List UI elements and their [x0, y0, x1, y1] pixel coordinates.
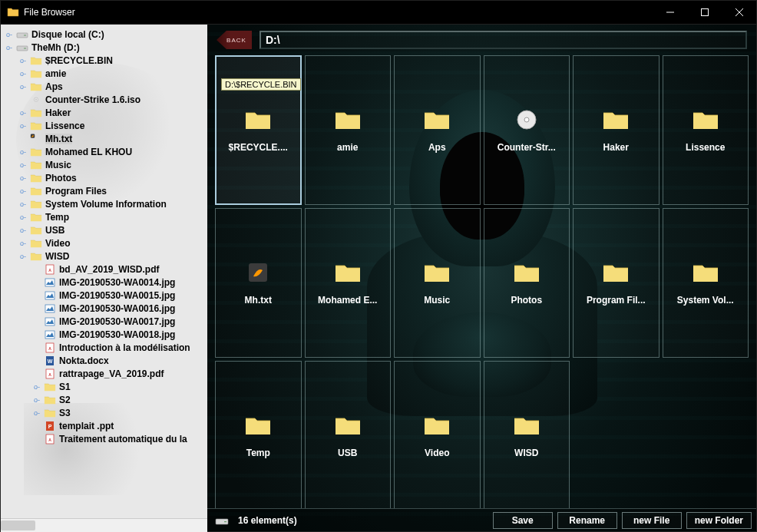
tree-row[interactable]: IMG-20190530-WA0016.jpg: [1, 302, 207, 315]
newfolder-button[interactable]: new Folder: [686, 512, 752, 529]
grid-item[interactable]: Music: [394, 208, 481, 358]
tree-label: Introduction à la modélisation: [59, 342, 190, 353]
titlebar[interactable]: File Browser: [1, 1, 756, 24]
tree-row[interactable]: o-WISD: [1, 249, 207, 263]
tree-row[interactable]: o-Disque local (C:): [1, 28, 207, 41]
tree-row[interactable]: o-TheMh (D:): [1, 41, 207, 54]
tree-toggle-icon[interactable]: o-: [31, 382, 42, 392]
tree-row[interactable]: o-Aps: [1, 80, 207, 93]
tree-toggle-icon[interactable]: o-: [18, 199, 28, 210]
folder-tree[interactable]: o-Disque local (C:)o-TheMh (D:)o-$RECYCL…: [1, 28, 207, 445]
tree-toggle-icon[interactable]: o-: [18, 212, 28, 223]
grid-item[interactable]: Haker: [573, 55, 659, 205]
tree-row[interactable]: o-Lissence: [1, 119, 207, 132]
grid-item[interactable]: Temp: [215, 361, 302, 508]
tree-row[interactable]: o-S2: [1, 393, 207, 406]
element-count: 16 element(s): [233, 515, 488, 526]
tree-row[interactable]: Counter-Strike 1.6.iso: [1, 93, 207, 106]
tree-row[interactable]: Mh.txt: [1, 132, 207, 145]
tree-container[interactable]: o-Disque local (C:)o-TheMh (D:)o-$RECYCL…: [1, 25, 207, 518]
tree-toggle-icon[interactable]: o-: [4, 29, 15, 40]
grid-item[interactable]: Mohamed E...: [305, 208, 392, 358]
tree-label: templait .ppt: [59, 421, 114, 431]
file-grid[interactable]: D:\$RECYCLE.BIN$RECYCLE....amieApsCounte…: [215, 55, 749, 508]
minimize-button[interactable]: [653, 1, 687, 24]
tree-toggle-icon[interactable]: o-: [18, 107, 28, 118]
svg-point-31: [524, 117, 529, 122]
svg-text:P: P: [48, 424, 52, 429]
grid-item[interactable]: System Vol...: [663, 208, 749, 358]
tree-row[interactable]: o-Haker: [1, 106, 207, 119]
tree-row[interactable]: o-Photos: [1, 171, 207, 184]
grid-item[interactable]: USB: [305, 361, 392, 508]
main-panel: BACK D:\ D:\$RECYCLE.BIN$RECYCLE....amie…: [207, 25, 756, 531]
svg-rect-16: [45, 318, 55, 325]
window-title: File Browser: [24, 7, 653, 18]
tree-row[interactable]: IMG-20190530-WA0017.jpg: [1, 315, 207, 328]
grid-item[interactable]: Mh.txt: [215, 208, 302, 358]
tree-toggle-icon[interactable]: o-: [18, 55, 28, 66]
folder-icon: [30, 68, 42, 79]
tree-row[interactable]: o-amie: [1, 67, 207, 80]
grid-item[interactable]: Video: [394, 361, 481, 508]
tree-row[interactable]: WNokta.docx: [1, 354, 207, 367]
save-button[interactable]: Save: [493, 512, 553, 529]
tree-row[interactable]: o-$RECYCLE.BIN: [1, 54, 207, 67]
back-button[interactable]: BACK: [217, 31, 252, 49]
folder-icon: [30, 173, 42, 183]
grid-item[interactable]: Photos: [484, 208, 570, 358]
tree-toggle-icon[interactable]: o-: [31, 408, 42, 418]
tree-row[interactable]: Ptemplait .ppt: [1, 419, 207, 432]
tree-toggle-icon[interactable]: o-: [18, 186, 28, 197]
tree-row[interactable]: o-USB: [1, 223, 207, 236]
tree-row[interactable]: o-Music: [1, 158, 207, 171]
sidebar-hscrollbar[interactable]: [1, 518, 207, 531]
ppt-icon: P: [44, 421, 56, 431]
tree-row[interactable]: IMG-20190530-WA0018.jpg: [1, 328, 207, 341]
tree-row[interactable]: IMG-20190530-WA0014.jpg: [1, 276, 207, 289]
sublime-icon: [244, 261, 272, 284]
tree-row[interactable]: Abd_AV_2019_WISD.pdf: [1, 263, 207, 276]
grid-item[interactable]: amie: [305, 55, 392, 205]
tree-toggle-icon[interactable]: o-: [18, 81, 28, 92]
tree-toggle-icon[interactable]: o-: [18, 173, 28, 183]
tree-row[interactable]: o-S3: [1, 406, 207, 419]
rename-button[interactable]: Rename: [557, 512, 617, 529]
tree-toggle-icon[interactable]: o-: [18, 251, 28, 262]
tree-toggle-icon[interactable]: o-: [31, 395, 42, 405]
tree-row[interactable]: o-Mohamed EL KHOU: [1, 145, 207, 158]
tree-row[interactable]: AIntroduction à la modélisation: [1, 341, 207, 354]
tree-toggle-icon[interactable]: o-: [18, 68, 28, 79]
svg-rect-18: [45, 331, 55, 339]
img-icon: [44, 316, 56, 327]
tree-toggle-icon[interactable]: o-: [18, 121, 28, 131]
tree-row[interactable]: o-Temp: [1, 210, 207, 223]
scrollbar-thumb[interactable]: [1, 520, 35, 530]
tree-label: Haker: [45, 107, 71, 118]
tree-toggle-icon[interactable]: o-: [18, 147, 28, 157]
grid-item[interactable]: D:\$RECYCLE.BIN$RECYCLE....: [215, 55, 302, 205]
scrollbar-track[interactable]: [1, 519, 207, 532]
grid-item-label: Mohamed E...: [315, 295, 380, 306]
maximize-button[interactable]: [687, 1, 722, 24]
tree-toggle-icon[interactable]: o-: [18, 225, 28, 236]
grid-item[interactable]: Aps: [394, 55, 481, 205]
tree-toggle-icon[interactable]: o-: [4, 42, 15, 53]
grid-item[interactable]: Program Fil...: [573, 208, 659, 358]
close-button[interactable]: [722, 1, 756, 24]
tree-toggle-icon[interactable]: o-: [18, 238, 28, 249]
path-bar[interactable]: D:\: [259, 31, 747, 49]
tree-row[interactable]: o-Video: [1, 236, 207, 249]
tree-row[interactable]: o-System Volume Information: [1, 197, 207, 210]
grid-container[interactable]: D:\$RECYCLE.BIN$RECYCLE....amieApsCounte…: [207, 51, 756, 508]
grid-item[interactable]: WISD: [484, 361, 570, 508]
grid-item[interactable]: Counter-Str...: [484, 55, 570, 205]
tree-row[interactable]: o-Program Files: [1, 184, 207, 197]
tree-row[interactable]: ATraitement automatique du la: [1, 432, 207, 445]
tree-row[interactable]: Arattrapage_VA_2019.pdf: [1, 367, 207, 380]
tree-row[interactable]: IMG-20190530-WA0015.jpg: [1, 289, 207, 302]
tree-toggle-icon[interactable]: o-: [18, 160, 28, 170]
grid-item[interactable]: Lissence: [663, 55, 749, 205]
newfile-button[interactable]: new File: [622, 512, 682, 529]
tree-row[interactable]: o-S1: [1, 380, 207, 393]
